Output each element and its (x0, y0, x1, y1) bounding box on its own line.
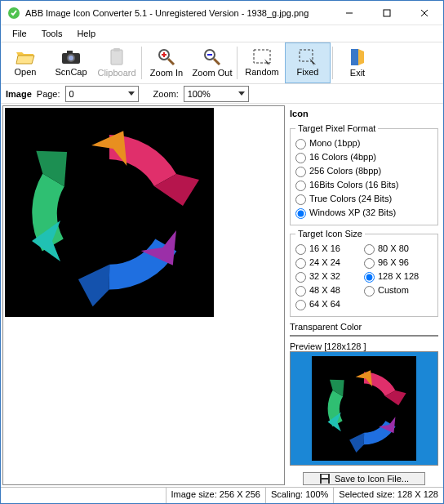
preview-section: Preview [128x128 ] (290, 341, 438, 466)
radio-128[interactable]: 128 X 128 (364, 270, 433, 283)
fixed-button[interactable]: Fixed (285, 42, 331, 83)
zoom-in-icon (158, 48, 175, 66)
radio-80[interactable]: 80 X 80 (364, 242, 433, 256)
svg-rect-20 (351, 49, 358, 65)
svg-line-12 (168, 59, 174, 65)
radio-winxp[interactable]: Windows XP (32 Bits) (295, 206, 433, 220)
svg-rect-24 (322, 479, 328, 484)
menubar: File Tools Help (1, 25, 443, 42)
statusbar: Image size: 256 X 256 Scaling: 100% Sele… (1, 487, 443, 503)
clipboard-icon (109, 48, 125, 66)
pixel-format-legend: Target Pixel Format (295, 123, 378, 133)
svg-line-16 (214, 59, 220, 65)
preview-box (290, 351, 438, 466)
transparent-label: Transparent Color (290, 322, 438, 332)
close-button[interactable] (406, 1, 443, 25)
status-imgsize: Image size: 256 X 256 (166, 488, 265, 503)
status-selsize: Selected size: 128 X 128 (333, 488, 443, 503)
open-label: Open (15, 67, 37, 77)
zoom-label: Zoom: (153, 89, 179, 99)
exit-icon (349, 48, 366, 66)
radio-96[interactable]: 96 X 96 (364, 256, 433, 270)
app-icon (7, 7, 20, 20)
status-scaling: Scaling: 100% (265, 488, 333, 503)
save-icon (319, 473, 331, 484)
zoom-combo[interactable]: 100% (184, 86, 249, 102)
radio-16colors[interactable]: 16 Colors (4bpp) (295, 150, 433, 164)
svg-rect-6 (67, 51, 73, 54)
image-canvas[interactable] (2, 105, 285, 485)
icon-size-group: Target Icon Size 16 X 16 80 X 80 24 X 24… (290, 229, 438, 317)
exit-button[interactable]: Exit (335, 42, 380, 83)
page-value: 0 (69, 89, 74, 99)
scncap-label: ScnCap (55, 67, 87, 77)
fixed-select-icon (299, 49, 317, 65)
folder-open-icon (16, 49, 35, 65)
radio-custom[interactable]: Custom (364, 283, 433, 297)
svg-rect-18 (254, 50, 270, 63)
radio-32[interactable]: 32 X 32 (295, 270, 364, 283)
zoomin-label: Zoom In (150, 68, 183, 78)
radio-mono[interactable]: Mono (1bpp) (295, 136, 433, 150)
toolbar: Open ScnCap Clipboard Zoom In Zoom Out R… (1, 42, 443, 84)
radio-256colors[interactable]: 256 Colors (8bpp) (295, 164, 433, 178)
zoom-out-icon (203, 48, 221, 66)
page-combo[interactable]: 0 (65, 86, 139, 102)
radio-16bits[interactable]: 16Bits Colors (16 Bits) (295, 178, 433, 192)
save-label: Save to Icon File... (335, 474, 409, 484)
menu-help[interactable]: Help (70, 27, 102, 40)
scncap-button[interactable]: ScnCap (48, 42, 94, 83)
toolbar-separator (332, 47, 333, 79)
zoomin-button[interactable]: Zoom In (144, 42, 189, 83)
canvas-image (5, 108, 214, 317)
svg-rect-9 (111, 50, 122, 65)
chevron-down-icon (238, 91, 245, 96)
random-button[interactable]: Random (239, 42, 285, 83)
minimize-button[interactable] (331, 1, 368, 25)
svg-rect-10 (113, 48, 120, 51)
zoom-value: 100% (188, 89, 211, 99)
preview-label: Preview [128x128 ] (290, 341, 438, 351)
radio-48[interactable]: 48 X 48 (295, 283, 364, 297)
radio-16[interactable]: 16 X 16 (295, 242, 364, 256)
left-panel (1, 104, 286, 487)
icon-size-legend: Target Icon Size (295, 229, 365, 239)
icon-header: Icon (290, 107, 438, 120)
toolbar-separator (237, 47, 238, 79)
titlebar: ABB Image Icon Converter 5.1 - Unregiste… (1, 1, 443, 25)
camera-icon (61, 49, 81, 65)
save-button[interactable]: Save to Icon File... (303, 472, 425, 485)
menu-tools[interactable]: Tools (35, 27, 69, 40)
pixel-format-group: Target Pixel Format Mono (1bpp) 16 Color… (290, 123, 438, 225)
svg-rect-23 (322, 475, 328, 478)
svg-rect-2 (384, 10, 390, 16)
toolbar-separator (141, 47, 142, 79)
random-select-icon (253, 49, 271, 65)
radio-64[interactable]: 64 X 64 (295, 297, 364, 311)
transparent-swatch[interactable] (290, 335, 438, 337)
radio-24[interactable]: 24 X 24 (295, 256, 364, 270)
right-panel: Icon Target Pixel Format Mono (1bpp) 16 … (286, 104, 443, 487)
content: Icon Target Pixel Format Mono (1bpp) 16 … (1, 104, 443, 487)
window-buttons (331, 1, 443, 25)
menu-file[interactable]: File (6, 27, 33, 40)
page-label: Page: (37, 89, 60, 99)
maximize-button[interactable] (368, 1, 406, 25)
exit-label: Exit (350, 68, 365, 78)
window-title: ABB Image Icon Converter 5.1 - Unregiste… (25, 8, 331, 18)
options-bar: Image Page: 0 Zoom: 100% (1, 84, 443, 104)
chevron-down-icon (128, 91, 135, 96)
zoomout-label: Zoom Out (193, 68, 233, 78)
random-label: Random (245, 67, 279, 77)
svg-point-8 (69, 56, 73, 60)
zoomout-button[interactable]: Zoom Out (189, 42, 235, 83)
image-label: Image (6, 89, 32, 99)
radio-truecolors[interactable]: True Colors (24 Bits) (295, 192, 433, 206)
preview-image (312, 356, 416, 461)
clipboard-button[interactable]: Clipboard (94, 42, 140, 83)
open-button[interactable]: Open (2, 42, 48, 83)
fixed-label: Fixed (297, 67, 319, 77)
clipboard-label: Clipboard (97, 68, 135, 78)
